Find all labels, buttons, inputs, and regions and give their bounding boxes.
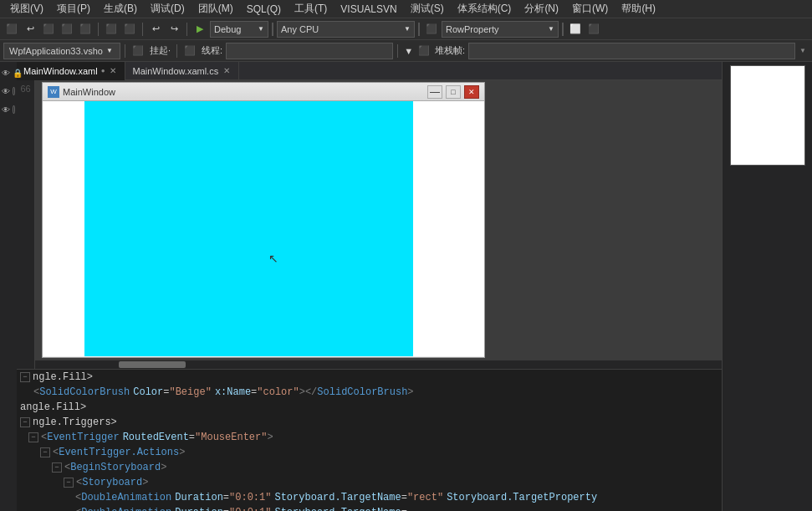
toolbar-secondary: WpfApplication33.vsho ▼ ⬛ 挂起· ⬛ 线程: ▼ ⬛ … xyxy=(0,40,812,62)
toolbar2-sep1 xyxy=(125,44,125,58)
cursor: ↖ xyxy=(268,252,597,265)
tab-xaml-close[interactable]: ✕ xyxy=(108,65,118,76)
eye-icon-1[interactable]: 👁 xyxy=(2,67,10,79)
menu-help[interactable]: 帮助(H) xyxy=(615,0,662,18)
menu-view[interactable]: 视图(V) xyxy=(3,0,50,18)
menu-sql[interactable]: SQL(Q) xyxy=(240,2,288,17)
tab-xaml-dot: ● xyxy=(101,67,105,74)
tab-xaml[interactable]: MainWindow.xaml ● ✕ xyxy=(17,62,125,80)
toolbar-sep2 xyxy=(142,23,143,36)
code-line-9: <DoubleAnimation Duration="0:0:1" Storyb… xyxy=(17,490,722,505)
menu-project[interactable]: 项目(P) xyxy=(50,0,97,18)
tab-cs[interactable]: MainWindow.xaml.cs ✕ xyxy=(125,62,239,80)
menu-window[interactable]: 窗口(W) xyxy=(565,0,615,18)
toolbar-btn1[interactable]: ⬛ xyxy=(3,21,20,38)
toolbar2-btn2[interactable]: ⬛ xyxy=(181,43,198,59)
menu-team[interactable]: 团队(M) xyxy=(192,0,240,18)
menu-bar: 视图(V) 项目(P) 生成(B) 调试(D) 团队(M) SQL(Q) 工具(… xyxy=(0,0,812,18)
play-button[interactable]: ▶ xyxy=(192,21,208,38)
toolbar2-btn1[interactable]: ⬛ xyxy=(130,43,146,59)
wpf-title-text: MainWindow xyxy=(63,87,424,97)
wpf-cyan-area: ↖ xyxy=(84,101,413,356)
undo-button[interactable]: ↩ xyxy=(147,21,164,38)
right-panel-preview xyxy=(730,65,805,166)
layer-row-3: 👁 xyxy=(2,102,15,117)
code-expand-7[interactable]: − xyxy=(52,462,62,473)
toolbar-btnB[interactable]: ⬛ xyxy=(585,21,602,38)
toolbar-btn4[interactable]: ⬛ xyxy=(59,21,75,38)
debug-dropdown-arrow: ▼ xyxy=(254,25,264,33)
toolbar-btnA[interactable]: ⬛ xyxy=(423,21,440,38)
toolbar-btn3[interactable]: ⬛ xyxy=(40,21,57,38)
right-sidebar xyxy=(722,62,812,511)
menu-test[interactable]: 测试(S) xyxy=(404,0,451,18)
wpf-minimize-btn[interactable]: — xyxy=(427,85,442,99)
stack-arrow[interactable]: ▼ xyxy=(797,43,809,59)
code-expand-8[interactable]: − xyxy=(64,478,74,488)
tab-bar: MainWindow.xaml ● ✕ MainWindow.xaml.cs ✕ xyxy=(17,62,722,80)
rowproperty-dropdown-arrow: ▼ xyxy=(544,25,554,33)
redo-button[interactable]: ↪ xyxy=(166,21,182,38)
toolbar2-sep2 xyxy=(176,44,177,58)
code-line-1: − ngle.Fill> xyxy=(17,370,722,385)
panel-icons: 👁 🔒 👁 👁 xyxy=(0,62,17,120)
menu-debug[interactable]: 调试(D) xyxy=(144,0,192,18)
thread-input[interactable] xyxy=(226,43,393,59)
debug-dropdown[interactable]: Debug ▼ xyxy=(210,21,268,38)
layer-row-1: 👁 🔒 xyxy=(2,65,15,80)
toolbar2-sep3 xyxy=(397,44,398,58)
code-line-7: − <BeginStoryboard> xyxy=(17,460,722,475)
row-property-dropdown[interactable]: RowProperty ▼ xyxy=(442,21,559,38)
menu-tools[interactable]: 工具(T) xyxy=(288,0,334,18)
tab-cs-label: MainWindow.xaml.cs xyxy=(132,66,218,76)
toolbar-sep3 xyxy=(186,23,187,36)
code-line-4: − ngle.Triggers> xyxy=(17,415,722,430)
design-area[interactable]: 66 W MainWindow — □ ✕ xyxy=(17,80,722,369)
eye-icon-2[interactable]: 👁 xyxy=(2,85,10,97)
filter-icon2: ⬛ xyxy=(416,45,432,56)
wpf-right-panel xyxy=(413,101,484,356)
toolbar-expand[interactable]: ⬜ xyxy=(567,21,584,38)
code-line-5: − <EventTrigger RoutedEvent="MouseEnter"… xyxy=(17,430,722,445)
wpf-window-icon: W xyxy=(48,86,59,98)
tab-cs-close[interactable]: ✕ xyxy=(222,65,232,76)
sep-rp xyxy=(562,23,564,36)
menu-visualsvn[interactable]: VISUALSVN xyxy=(334,2,403,17)
stack-input[interactable] xyxy=(468,43,795,59)
wpf-titlebar: W MainWindow — □ ✕ xyxy=(43,83,484,101)
code-expand-1[interactable]: − xyxy=(20,372,30,382)
design-hscroll-thumb xyxy=(119,361,186,368)
menu-analyze[interactable]: 分析(N) xyxy=(518,0,565,18)
toolbar-btn5[interactable]: ⬛ xyxy=(77,21,94,38)
code-expand-5[interactable]: − xyxy=(28,432,38,442)
menu-arch[interactable]: 体系结构(C) xyxy=(451,0,518,18)
design-hscroll[interactable] xyxy=(35,360,722,369)
toolbar-main: ⬛ ↩ ⬛ ⬛ ⬛ ⬛ ⬛ ↩ ↪ ▶ Debug ▼ Any CPU ▼ ⬛ … xyxy=(0,18,812,40)
filter-icon: ▼ xyxy=(402,46,415,56)
code-line-6: − <EventTrigger.Actions> xyxy=(17,445,722,460)
wpf-window-preview: W MainWindow — □ ✕ ↖ xyxy=(42,82,485,358)
project-dropdown-arrow: ▼ xyxy=(106,47,113,54)
lock-icon-1[interactable]: 🔒 xyxy=(13,67,23,79)
code-expand-4[interactable]: − xyxy=(20,417,30,427)
code-line-2: <SolidColorBrush Color="Beige" x:Name="c… xyxy=(17,385,722,400)
circle-icon-3 xyxy=(13,105,15,114)
toolbar-sep1 xyxy=(98,23,99,36)
wpf-maximize-btn[interactable]: □ xyxy=(446,85,461,99)
tab-xaml-label: MainWindow.xaml xyxy=(23,66,98,76)
code-line-3: angle.Fill> xyxy=(17,400,722,415)
code-area: − ngle.Fill> <SolidColorBrush Color="Bei… xyxy=(17,369,722,511)
toolbar-btn6[interactable]: ⬛ xyxy=(103,21,120,38)
project-dropdown[interactable]: WpfApplication33.vsho ▼ xyxy=(3,43,120,59)
code-line-8: − <Storyboard> xyxy=(17,475,722,490)
sep-debug xyxy=(272,23,273,36)
code-expand-6[interactable]: − xyxy=(40,447,50,457)
toolbar-btn7[interactable]: ⬛ xyxy=(121,21,138,38)
eye-icon-3[interactable]: 👁 xyxy=(2,104,10,115)
cpu-dropdown[interactable]: Any CPU ▼ xyxy=(277,21,415,38)
wpf-left-panel xyxy=(43,101,84,356)
toolbar-btn2[interactable]: ↩ xyxy=(22,21,38,38)
wpf-close-btn[interactable]: ✕ xyxy=(464,85,479,99)
menu-build[interactable]: 生成(B) xyxy=(97,0,144,18)
layer-row-2: 👁 xyxy=(2,84,15,99)
